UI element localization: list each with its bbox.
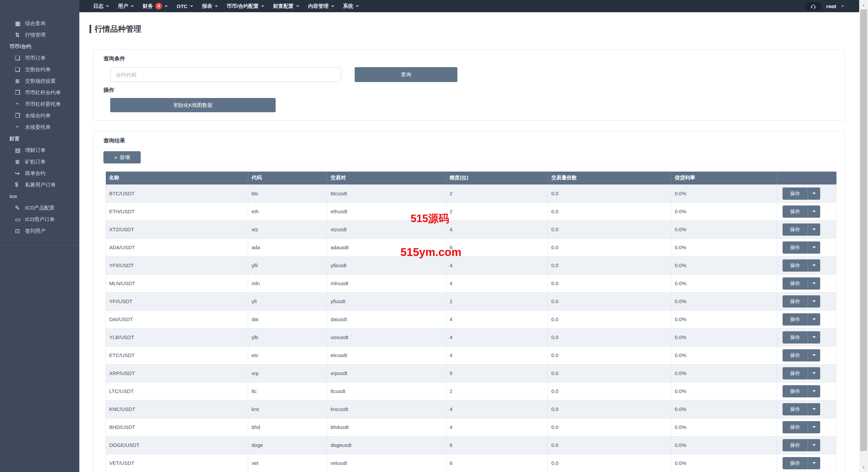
brand-area [0,0,79,12]
title-accent-bar [90,25,91,33]
scroll-down-arrow[interactable]: ▼ [859,463,868,472]
navbar-item[interactable]: 内容管理 [304,0,339,12]
navbar-item[interactable]: 系统 [339,0,363,12]
chevron-down-icon [812,354,816,356]
sidebar-item[interactable]: ▭ICO用户订单 [0,214,79,225]
sidebar-item[interactable]: ❏币币订单 [0,52,79,64]
sidebar-item[interactable]: ❐永续合约单 [0,110,79,121]
row-action-button[interactable]: 操作 [783,205,820,218]
cell-code: xrp [248,364,327,382]
table-row: MLN/USDTmlnmlnusdt40.00.0%操作 [106,274,836,292]
row-action-dropdown[interactable] [808,367,820,379]
results-table: 名称代码交易对精度(位)交易量倍数借贷利率 BTC/USDTbtcbtcusdt… [105,172,836,472]
row-action-label: 操作 [783,313,808,326]
row-action-button[interactable]: 操作 [783,295,820,308]
sidebar-item[interactable]: ❐币币杠杆合约单 [0,87,79,98]
row-action-dropdown[interactable] [808,223,820,236]
table-row: LTC/USDTltcltcusdt20.00.0%操作 [106,382,836,400]
operations-heading: 操作 [103,87,834,94]
cell-actions: 操作 [777,238,836,256]
row-action-button[interactable]: 操作 [783,259,820,272]
navbar-item[interactable]: 财富配置 [269,0,304,12]
navbar-item[interactable]: 用户 [114,0,138,12]
navbar-item[interactable]: 报表 [198,0,222,12]
row-action-dropdown[interactable] [808,403,820,415]
row-action-dropdown[interactable] [808,385,820,397]
sidebar-item[interactable]: ✎ICO产品配置 [0,202,79,214]
sidebar-item[interactable]: ⇅行情管理 [0,29,79,41]
sidebar-item[interactable]: ❏交割合约单 [0,64,79,75]
cell-precision: 4 [446,346,548,364]
row-action-dropdown[interactable] [808,277,820,290]
navbar-item[interactable]: OTC [172,0,198,12]
row-action-button[interactable]: 操作 [783,385,820,397]
chevron-down-icon [812,264,816,266]
row-action-dropdown[interactable] [808,439,820,451]
cell-pair: daiusdt [327,310,446,328]
row-action-button[interactable]: 操作 [783,277,820,290]
cell-multiplier: 0.0 [548,328,671,346]
row-action-button[interactable]: 操作 [783,313,820,326]
sidebar-item[interactable]: $私募用户订单 [0,179,79,191]
row-action-button[interactable]: 操作 [783,241,820,254]
row-action-button[interactable]: 操作 [783,457,820,469]
row-action-dropdown[interactable] [808,331,820,343]
sidebar-item[interactable]: ◔永续委托单 [0,121,79,133]
table-row: KNC/USDTknckncusdt40.00.0%操作 [106,400,836,418]
cell-pair: btcusdt [327,184,446,202]
row-action-button[interactable]: 操作 [783,421,820,433]
chevron-down-icon [812,282,816,284]
row-action-dropdown[interactable] [808,295,820,308]
chevron-down-icon[interactable] [841,5,844,7]
cell-code: xtz [248,220,327,238]
row-action-button[interactable]: 操作 [783,188,820,200]
row-action-dropdown[interactable] [808,188,820,200]
cell-actions: 操作 [777,202,836,220]
dollar-icon: $ [15,181,25,188]
chevron-down-icon [812,408,816,410]
navbar-item[interactable]: 财务4 [138,0,172,12]
search-button[interactable]: 查询 [355,67,457,82]
bookmark-icon: ❏ [15,66,25,73]
row-action-dropdown[interactable] [808,349,820,361]
sidebar-item[interactable]: ⊡签到用户 [0,225,79,237]
row-action-label: 操作 [783,403,808,415]
scroll-up-arrow[interactable]: ▲ [859,0,868,9]
scrollbar-thumb[interactable] [860,9,867,451]
init-kline-button[interactable]: 初始化K线图数据 [110,98,276,112]
cell-precision: 2 [446,202,548,220]
chevron-down-icon [812,336,816,338]
row-action-dropdown[interactable] [808,205,820,218]
navbar-item[interactable]: 日志 [89,0,114,12]
sidebar-item[interactable]: ◔币币杠杆委托单 [0,98,79,110]
chevron-down-icon [296,5,299,7]
row-action-dropdown[interactable] [808,313,820,326]
sidebar-item[interactable]: ≣交割场控设置 [0,75,79,87]
row-action-button[interactable]: 操作 [783,367,820,379]
row-action-dropdown[interactable] [808,457,820,469]
cell-rate: 0.0% [671,382,777,400]
row-action-dropdown[interactable] [808,259,820,272]
row-action-button[interactable]: 操作 [783,439,820,451]
row-action-button[interactable]: 操作 [783,349,820,361]
sidebar-item[interactable]: ▤理财订单 [0,144,79,156]
navbar-item[interactable]: 币币/合约配置 [222,0,269,12]
sidebar-item[interactable]: ≣矿机订单 [0,156,79,168]
column-header: 名称 [106,172,248,184]
row-action-dropdown[interactable] [808,241,820,254]
cell-pair: xtzusdt [327,220,446,238]
row-action-button[interactable]: 操作 [783,403,820,415]
add-button[interactable]: + 新增 [103,151,141,163]
table-row: YFII/USDTyfiiyfiiusdt40.00.0%操作 [106,256,836,274]
contract-code-input[interactable] [110,67,341,82]
sidebar-item[interactable]: ↪跟单合约 [0,168,79,179]
row-action-button[interactable]: 操作 [783,331,820,343]
sidebar-item[interactable]: ▦综合查询 [0,18,79,29]
chevron-down-icon [812,193,816,194]
cell-precision: 4 [446,418,548,436]
row-action-dropdown[interactable] [808,421,820,433]
username[interactable]: root [826,3,836,9]
row-action-button[interactable]: 操作 [783,223,820,236]
support-button[interactable] [805,2,822,11]
row-action-label: 操作 [783,439,808,451]
